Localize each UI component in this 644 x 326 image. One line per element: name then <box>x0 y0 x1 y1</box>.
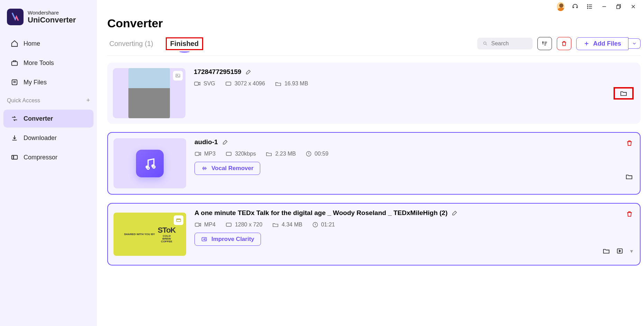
video-icon <box>194 81 201 86</box>
brand-bottom: UniConverter <box>28 16 76 25</box>
meta-row: SVG 3072 x 4096 16.93 MB <box>194 81 635 87</box>
size-label: 2.23 MB <box>275 151 296 157</box>
svg-point-13 <box>146 165 148 168</box>
folder-icon <box>265 151 272 157</box>
toolbox-icon <box>10 59 19 67</box>
waveform-icon <box>201 165 208 171</box>
sidebar-item-my-files[interactable]: My Files <box>3 73 93 91</box>
tabs: Converting (1) Finished <box>107 37 203 50</box>
file-card[interactable]: 1728477295159 SVG 3072 x 4096 16.93 MB <box>107 63 641 124</box>
tab-converting[interactable]: Converting (1) <box>107 38 155 49</box>
resolution-label: 3072 x 4096 <box>235 81 265 87</box>
maximize-icon[interactable] <box>615 3 623 10</box>
converter-icon <box>10 114 19 123</box>
add-files-button[interactable]: Add Files <box>576 37 641 50</box>
thumbnail <box>114 138 186 188</box>
svg-rect-15 <box>195 152 199 156</box>
headset-icon[interactable] <box>571 3 579 10</box>
action-label: Improve Clarity <box>211 236 254 243</box>
search-field[interactable] <box>491 40 527 47</box>
toolbar-right: Add Files <box>477 37 641 50</box>
svg-rect-2 <box>12 156 18 159</box>
file-card[interactable]: audio-1 MP3 320kbps 2.23 MB 00:59 Vocal … <box>107 132 641 195</box>
download-icon <box>10 134 19 142</box>
sidebar-item-more-tools[interactable]: More Tools <box>3 54 93 72</box>
delete-all-button[interactable] <box>557 37 571 50</box>
titlebar <box>107 0 641 13</box>
svg-rect-11 <box>194 82 198 85</box>
brand-top: Wondershare <box>28 10 76 16</box>
stok-brand: SToK <box>158 226 176 235</box>
edit-icon[interactable] <box>452 210 458 216</box>
add-files-label: Add Files <box>593 40 621 47</box>
open-folder-button[interactable] <box>602 248 610 254</box>
search-icon <box>483 40 488 47</box>
clock-icon <box>312 222 318 228</box>
quick-access-label: Quick Access <box>7 97 40 104</box>
edit-icon[interactable] <box>245 69 252 75</box>
audio-icon <box>136 150 164 177</box>
bitrate-label: 320kbps <box>235 151 256 157</box>
edit-icon[interactable] <box>222 139 228 145</box>
add-files-main[interactable]: Add Files <box>576 37 628 50</box>
svg-point-8 <box>483 42 486 44</box>
card-actions-bottom: ▾ <box>602 248 633 254</box>
enhance-icon <box>201 236 208 242</box>
tab-finished[interactable]: Finished <box>166 37 203 50</box>
file-name: A one minute TEDx Talk for the digital a… <box>194 209 447 217</box>
dimensions-icon <box>225 81 232 86</box>
format-label: MP4 <box>204 222 216 228</box>
svg-rect-19 <box>195 223 199 226</box>
thumbnail <box>113 68 185 118</box>
video-icon <box>194 222 201 227</box>
meta-row: MP3 320kbps 2.23 MB 00:59 <box>194 151 634 157</box>
avatar-icon[interactable] <box>557 3 564 10</box>
plus-icon[interactable]: + <box>86 97 90 104</box>
file-name: audio-1 <box>194 138 218 146</box>
folder-icon <box>272 222 279 227</box>
sidebar-item-home[interactable]: Home <box>3 35 93 53</box>
add-files-dropdown[interactable] <box>628 38 641 49</box>
thumbnail-image <box>128 68 170 118</box>
svg-rect-7 <box>617 6 620 9</box>
clock-icon <box>306 151 312 157</box>
chevron-down-icon[interactable]: ▾ <box>630 248 633 254</box>
tab-finished-label: Finished <box>170 40 199 47</box>
plus-icon <box>583 40 590 47</box>
format-label: MP3 <box>204 151 216 157</box>
sidebar-item-converter[interactable]: Converter <box>3 110 93 128</box>
file-info: 1728477295159 SVG 3072 x 4096 16.93 MB <box>194 68 635 118</box>
svg-rect-0 <box>12 62 18 65</box>
close-icon[interactable] <box>629 3 637 10</box>
open-folder-button[interactable] <box>614 87 634 100</box>
file-name: 1728477295159 <box>194 68 241 76</box>
sidebar-label: Compressor <box>24 154 57 161</box>
minimize-icon[interactable] <box>600 3 608 10</box>
meta-row: MP4 1280 x 720 4.34 MB 01:21 <box>194 222 634 228</box>
vocal-remover-button[interactable]: Vocal Remover <box>194 162 260 175</box>
sidebar-item-downloader[interactable]: Downloader <box>3 129 93 147</box>
delete-button[interactable] <box>626 211 633 217</box>
thumbnail: SHARED WITH YOU BY SToK COLDBREWCOFFEE <box>114 209 186 259</box>
sort-button[interactable] <box>537 37 552 50</box>
duration-label: 01:21 <box>321 222 335 228</box>
thumbnail-video: SHARED WITH YOU BY SToK COLDBREWCOFFEE <box>114 213 186 256</box>
quick-access-header: Quick Access + <box>0 92 97 109</box>
menu-icon[interactable] <box>586 3 593 10</box>
play-button[interactable] <box>616 248 624 254</box>
home-icon <box>10 39 19 48</box>
svg-rect-16 <box>226 152 231 156</box>
improve-clarity-button[interactable]: Improve Clarity <box>194 233 261 246</box>
sidebar-item-compressor[interactable]: Compressor <box>3 148 93 166</box>
shared-text: SHARED WITH YOU BY <box>124 233 155 236</box>
file-info: audio-1 MP3 320kbps 2.23 MB 00:59 Vocal … <box>194 138 634 188</box>
sidebar-label: My Files <box>24 79 47 86</box>
sidebar: Wondershare UniConverter Home More Tools… <box>0 0 97 326</box>
file-card[interactable]: SHARED WITH YOU BY SToK COLDBREWCOFFEE A… <box>107 203 641 266</box>
search-input[interactable] <box>477 38 533 49</box>
open-folder-button[interactable] <box>625 173 633 180</box>
svg-point-14 <box>151 164 154 167</box>
logo-icon <box>7 9 24 25</box>
card-actions <box>614 87 634 100</box>
delete-button[interactable] <box>626 140 633 147</box>
